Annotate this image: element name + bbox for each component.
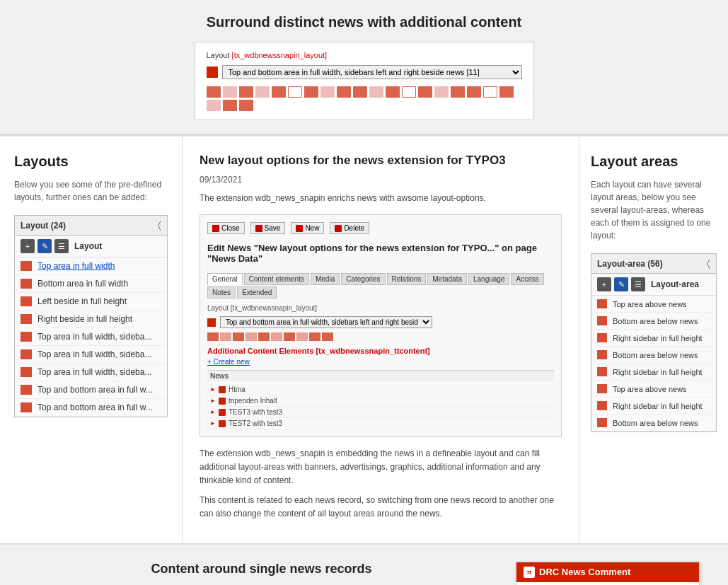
tab-content-elements[interactable]: Content elements: [244, 273, 309, 285]
preview-layout-select[interactable]: Top and bottom area in full width, sideb…: [220, 316, 432, 328]
create-new-link[interactable]: + Create new: [207, 358, 554, 366]
layout-icon[interactable]: [207, 100, 221, 111]
right-copy-button[interactable]: ☰: [631, 277, 645, 291]
rli-icon: [597, 299, 607, 308]
layout-icon[interactable]: [434, 86, 449, 98]
arrow-icon: ►: [210, 420, 216, 427]
tab-language[interactable]: Language: [468, 273, 510, 285]
layout-icon[interactable]: [467, 86, 481, 98]
right-collapse-icon[interactable]: 〈: [707, 257, 710, 270]
layout-icon[interactable]: [304, 86, 318, 98]
new-label: New: [305, 224, 319, 232]
item-icon: [219, 409, 226, 416]
center-body-text: The extension wdb_news_snapin is embeddi…: [200, 447, 562, 521]
layout-icon[interactable]: [353, 86, 367, 98]
tab-media[interactable]: Media: [311, 273, 340, 285]
rli-text: Bottom area below news: [613, 351, 698, 359]
tab-access[interactable]: Access: [511, 273, 543, 285]
copy-button[interactable]: ☰: [54, 239, 69, 253]
body-para-2: This content is related to each news rec…: [200, 494, 562, 521]
list-item[interactable]: Top area in full width, sideba...: [15, 346, 167, 364]
list-item[interactable]: Top area in full width: [15, 257, 167, 275]
bottom-text-col: Content around single news records Build…: [28, 562, 495, 585]
item-icon: [219, 398, 226, 405]
item-text: TEST3 with test3: [229, 408, 282, 416]
list-item[interactable]: Left beside in full height: [15, 293, 167, 311]
layout-icon[interactable]: [451, 86, 465, 98]
right-list-item: Top area above news: [591, 296, 716, 313]
preview-layout-select-row: Top and bottom area in full width, sideb…: [207, 316, 554, 328]
page-title: Surround distinct news with additional c…: [28, 14, 700, 30]
tab-metadata[interactable]: Metadata: [427, 273, 467, 285]
arrow-icon: ►: [210, 386, 216, 393]
layout-icon[interactable]: [499, 86, 514, 98]
layout-icon[interactable]: [207, 86, 221, 98]
preview-box: Close Save New Delete Edit News: [200, 214, 562, 437]
top-section: Surround distinct news with additional c…: [0, 0, 728, 135]
preview-title: Edit News "New layout options for the ne…: [207, 240, 554, 267]
item-icon: [21, 261, 32, 271]
layout-icon[interactable]: [239, 100, 253, 111]
delete-button[interactable]: Delete: [330, 222, 369, 234]
item-text: tripenden Inhalt: [229, 397, 277, 405]
close-icon: [212, 225, 219, 232]
layout-icon[interactable]: [386, 86, 400, 98]
tab-notes[interactable]: Notes: [207, 286, 236, 299]
new-button[interactable]: New: [291, 222, 324, 234]
preview-news-item: ► tripenden Inhalt: [207, 395, 554, 407]
preview-section-title: Additional Content Elements [tx_wdbnewss…: [207, 347, 554, 355]
right-edit-button[interactable]: ✎: [614, 277, 628, 291]
list-item[interactable]: Top and bottom area in full w...: [15, 399, 167, 417]
layout-icon[interactable]: [223, 100, 237, 111]
rli-icon: [597, 333, 607, 342]
item-text: Top area in full width, sideba...: [37, 349, 151, 359]
left-sidebar-heading: Layouts: [14, 154, 168, 170]
tab-extended[interactable]: Extended: [237, 286, 277, 299]
list-item[interactable]: Top and bottom area in full w...: [15, 381, 167, 399]
close-label: Close: [221, 224, 240, 232]
preview-icon: [284, 332, 295, 341]
right-list-container: Layout-area (56) 〈 + ✎ ☰ Layout-area Top…: [591, 253, 717, 432]
rli-icon: [597, 367, 607, 376]
item-text: Top and bottom area in full w...: [37, 402, 153, 412]
add-button[interactable]: +: [21, 239, 35, 253]
layout-icon[interactable]: [402, 86, 416, 98]
right-list-item: Bottom area below news: [591, 415, 716, 431]
layout-icon[interactable]: [483, 86, 497, 98]
delete-icon: [335, 225, 342, 232]
layout-icon[interactable]: [418, 86, 432, 98]
close-button[interactable]: Close: [207, 222, 245, 234]
right-add-button[interactable]: +: [597, 277, 611, 291]
right-list-item: Right sidebar in full height: [591, 398, 716, 415]
layout-icon[interactable]: [223, 86, 237, 98]
left-sidebar-desc: Below you see some of the pre-defined la…: [14, 178, 168, 204]
item-text: TEST2 with test3: [229, 419, 282, 427]
intro-text: The extension wdb_news_snapin enrichs ne…: [200, 192, 562, 204]
layout-icon[interactable]: [272, 86, 286, 98]
arrow-icon: ►: [210, 409, 216, 415]
right-list-toolbar-label: Layout-area: [651, 279, 699, 289]
layout-icon[interactable]: [239, 86, 253, 98]
layout-select[interactable]: Top and bottom area in full width, sideb…: [222, 65, 522, 79]
bottom-section: Content around single news records Build…: [0, 543, 728, 585]
item-icon: [21, 332, 32, 342]
preview-icon: [220, 332, 231, 341]
layout-icon[interactable]: [369, 86, 383, 98]
preview-icon: [322, 332, 333, 341]
edit-button[interactable]: ✎: [37, 239, 52, 253]
layout-icon[interactable]: [320, 86, 335, 98]
save-button[interactable]: Save: [250, 222, 286, 234]
layout-icon[interactable]: [255, 86, 270, 98]
item-text: Bottom area in full width: [37, 279, 128, 289]
list-item[interactable]: Top area in full width, sideba...: [15, 364, 167, 381]
collapse-icon[interactable]: 〈: [158, 219, 161, 231]
layout-icon[interactable]: [288, 86, 302, 98]
list-item[interactable]: Top area in full width, sideba...: [15, 328, 167, 346]
item-text: Top area in full width, sideba...: [37, 367, 151, 377]
tab-categories[interactable]: Categories: [341, 273, 385, 285]
list-item[interactable]: Right beside in full height: [15, 311, 167, 328]
tab-general[interactable]: General: [207, 273, 243, 285]
layout-icon[interactable]: [337, 86, 351, 98]
list-item[interactable]: Bottom area in full width: [15, 275, 167, 293]
tab-relations[interactable]: Relations: [387, 273, 427, 285]
